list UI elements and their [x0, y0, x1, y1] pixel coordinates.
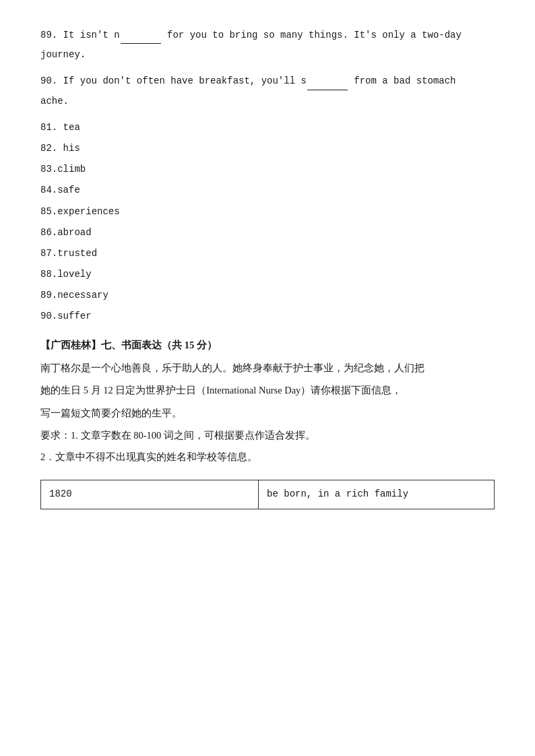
section-para3: 写一篇短文简要介绍她的生平。	[40, 404, 495, 423]
answer-88: 88.lovely	[40, 266, 495, 283]
answer-90: 90.suffer	[40, 308, 495, 325]
answer-82: 82. his	[40, 140, 495, 157]
answer-89-number: 89.	[40, 290, 57, 301]
answer-83: 83.climb	[40, 161, 495, 178]
answer-89: 89.necessary	[40, 287, 495, 304]
question-89-line: 89. It isn't n for you to bring so many …	[40, 27, 495, 44]
answer-85-number: 85.	[40, 206, 57, 217]
answer-81: 81. tea	[40, 119, 495, 136]
q90-text-before: 90. If you don't often have breakfast, y…	[40, 75, 307, 86]
q90-text-after: from a bad stomach	[348, 75, 456, 86]
answer-83-value: climb	[57, 164, 86, 175]
answer-86-value: abroad	[57, 227, 91, 238]
q89-continuation: journey.	[40, 46, 495, 63]
answer-90-value: suffer	[57, 311, 91, 321]
requirement-2: 2．文章中不得不出现真实的姓名和学校等信息。	[40, 448, 495, 467]
answer-83-number: 83.	[40, 164, 57, 175]
answer-81-number: 81.	[40, 122, 63, 133]
timeline-table: 1820 be born, in a rich family	[40, 480, 495, 509]
answer-90-number: 90.	[40, 311, 57, 321]
section-divider: 【广西桂林】七、书面表达（共 15 分） 南丁格尔是一个心地善良，乐于助人的人。…	[40, 336, 495, 467]
answer-89-value: necessary	[57, 290, 108, 301]
answer-87-value: trusted	[57, 248, 97, 259]
q90-continuation: ache.	[40, 93, 495, 110]
q89-text-after: for you to bring so many things. It's on…	[162, 30, 462, 40]
answer-84: 84.safe	[40, 182, 495, 199]
answer-84-number: 84.	[40, 185, 57, 195]
question-89-block: 89. It isn't n for you to bring so many …	[40, 27, 495, 63]
requirement-1: 要求：1. 文章字数在 80-100 词之间，可根据要点作适合发挥。	[40, 427, 495, 445]
q89-text-before: 89. It isn't n	[40, 30, 120, 40]
table-cell-event: be born, in a rich family	[259, 480, 495, 509]
answer-84-value: safe	[57, 185, 80, 195]
section-para2: 她的生日 5 月 12 日定为世界护士日（International Nurse…	[40, 381, 495, 400]
question-90-block: 90. If you don't often have breakfast, y…	[40, 73, 495, 109]
table-cell-year: 1820	[41, 480, 259, 509]
answer-86-number: 86.	[40, 227, 57, 238]
answer-82-value: his	[63, 143, 80, 154]
answer-88-value: lovely	[57, 269, 91, 280]
answer-85: 85.experiences	[40, 203, 495, 220]
answer-85-value: experiences	[57, 206, 119, 217]
q89-blank	[121, 43, 161, 44]
answer-81-value: tea	[63, 122, 80, 133]
answer-87: 87.trusted	[40, 245, 495, 262]
section-para1: 南丁格尔是一个心地善良，乐于助人的人。她终身奉献于护士事业，为纪念她，人们把	[40, 359, 495, 378]
table-row: 1820 be born, in a rich family	[41, 480, 495, 509]
answers-section: 81. tea 82. his 83.climb 84.safe 85.expe…	[40, 119, 495, 325]
answer-86: 86.abroad	[40, 224, 495, 241]
answer-87-number: 87.	[40, 248, 57, 259]
question-90-line: 90. If you don't often have breakfast, y…	[40, 73, 495, 90]
answer-88-number: 88.	[40, 269, 57, 280]
section-header: 【广西桂林】七、书面表达（共 15 分）	[40, 336, 495, 354]
q90-blank	[307, 90, 348, 90]
answer-82-number: 82.	[40, 143, 63, 154]
